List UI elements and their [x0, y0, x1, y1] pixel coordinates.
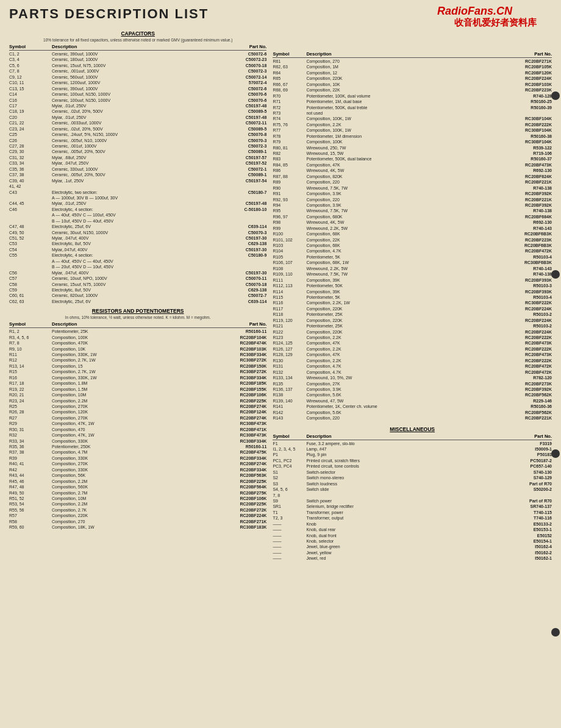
table-row: R114Composition, 39KRC20BF393K: [273, 289, 552, 294]
row-symbol: ——: [273, 527, 306, 532]
row-symbol: C55: [9, 252, 52, 258]
row-part: RC20BF274K: [209, 415, 266, 421]
table-row: R25Composition, 270KRC20BF274K: [9, 404, 266, 409]
table-row: R72Potentiometer, 500K, dual trebleR5016…: [273, 105, 552, 110]
row-part: RC20BF106K: [209, 392, 266, 398]
row-desc: Potentiometer, 5K: [306, 254, 491, 260]
row-desc: Knob, dual front: [306, 533, 491, 538]
row-desc: Composition, 2.7K, 1W: [52, 357, 209, 363]
table-row: C37, 38Ceramic, .005uf, 20%, 500VC50089-…: [9, 172, 266, 177]
row-symbol: R65: [273, 76, 306, 81]
res-header-part: Part No.: [209, 321, 266, 327]
row-symbol: P1: [273, 452, 306, 457]
row-desc: Ceramic, 820uuf, 1000V: [52, 293, 209, 298]
row-desc: [52, 184, 209, 189]
row-part: RC20BF684K: [491, 214, 552, 219]
table-row: C56Mylar, .047uf, 400VC50197-30: [9, 270, 266, 276]
table-row: R111Composition, 39KRC20BF393K: [273, 277, 552, 283]
row-part: C50072-6: [209, 86, 266, 91]
row-symbol: R116: [273, 300, 306, 305]
row-desc: Composition, 22K: [306, 237, 491, 243]
table-row: 41, 42: [9, 184, 266, 189]
row-part: RC20BF106K: [209, 496, 266, 501]
row-symbol: R12: [9, 357, 52, 363]
table-row: R132Composition, 4.7KRC20BF472K: [273, 369, 552, 375]
row-desc: Composition, 10K: [306, 82, 491, 87]
table-row: C21, 22Ceramic, .0033uuf, 1000VC50072-11: [9, 120, 266, 126]
row-part: RC30BF334K: [209, 375, 266, 380]
row-desc: Electrolytic, 25uf, 6V: [52, 224, 209, 229]
table-row: R51, 52Composition, 10MRC20BF106K: [9, 496, 266, 501]
row-desc: Composition, 100K: [52, 335, 209, 340]
table-row: S4, 5, 6Switch slideS50200-2: [273, 487, 552, 492]
row-symbol: R7, 8: [9, 340, 52, 346]
row-symbol: R45, 46: [9, 479, 52, 484]
row-desc: Switch mono-stereo: [306, 475, 491, 480]
table-row: R64Composition, 12RC20BF120K: [273, 70, 552, 76]
row-symbol: R87, 88: [273, 174, 306, 179]
row-desc: Ceramic, 390uuf, 1000V: [52, 51, 209, 57]
row-symbol: SR1: [273, 504, 306, 509]
row-desc: Ceramic, 330uuf, 1000V: [52, 166, 209, 172]
row-symbol: R77: [273, 127, 306, 133]
row-desc: Composition, 47K, 1W: [52, 421, 209, 426]
row-part: C629-138: [209, 287, 266, 293]
row-symbol: ——: [273, 550, 306, 555]
row-part: C50072-14: [209, 74, 266, 80]
table-row: ——Knob, dual frontE50152: [273, 533, 552, 538]
row-part: RC20BF473K: [491, 340, 552, 346]
row-symbol: R123: [273, 335, 306, 340]
row-desc: Wirewound, 250, 7W: [306, 145, 491, 151]
row-part: RC30BF104K: [491, 127, 552, 133]
table-row: R42Composition, 330KRC20BF334K: [9, 467, 266, 473]
side-dot-3: [551, 449, 560, 458]
row-symbol: C21, 22: [9, 120, 52, 126]
table-row: ——Jewel, redI50162-1: [273, 555, 552, 561]
row-desc: Electrolytic, two section:: [52, 190, 209, 195]
row-symbol: R82: [273, 151, 306, 156]
table-row: R29Composition, 47K, 1WRC30BF473K: [9, 421, 266, 426]
table-row: R96, 97Composition, 680KRC20BF684K: [273, 214, 552, 219]
row-desc: Composition, 330K, 1W: [52, 375, 209, 380]
row-part: E50153-1: [491, 527, 552, 532]
row-part: RC20BF473K: [491, 352, 552, 357]
row-part: E50152: [491, 533, 552, 538]
table-row: R139, 140Wirewound, 47, 5WR229-146: [273, 398, 552, 404]
row-desc: Composition, 2.2K: [306, 358, 491, 363]
res-header-symbol: Symbol: [9, 321, 52, 327]
row-symbol: R29: [9, 421, 52, 426]
table-row: C49, 50Ceramic, 30uuf, N150, 1000VC50070…: [9, 230, 266, 235]
row-desc: Knob: [306, 521, 491, 527]
table-row: R86Wirewound, 4K, 5WR692-130: [273, 168, 552, 173]
row-symbol: C20: [9, 115, 52, 120]
row-symbol: S9: [273, 498, 306, 504]
row-part: C50070-3: [209, 138, 266, 143]
row-part: T740-115: [491, 510, 552, 515]
row-symbol: R59, 60: [9, 524, 52, 530]
row-symbol: R13, 14: [9, 363, 52, 369]
table-row: C16Ceramic, 100uuf, N150, 1000VC50070-6: [9, 98, 266, 103]
table-row: S9Switch powerPart of R70: [273, 498, 552, 504]
row-part: C50070-18: [209, 282, 266, 287]
row-part: C-50180-10: [209, 207, 266, 212]
row-desc: A — 1000uf, 30V B — 1000uf, 30V: [52, 195, 209, 201]
misc-header-desc: Description: [306, 434, 491, 439]
row-symbol: R9, 10: [9, 346, 52, 352]
row-desc: Ceramic, .005uf, N10, 1000V: [52, 138, 209, 143]
side-dot-2: [551, 270, 560, 279]
row-part: RC20BF475K: [209, 449, 266, 455]
table-row: R77Composition, 100K, 1WRC30BF104K: [273, 127, 552, 133]
row-symbol: R49, 50: [9, 490, 52, 496]
table-row: R3, 4, 5, 6Composition, 100KRC20BF104K: [9, 335, 266, 340]
table-row: R124, 125Composition, 47KRC20BF473K: [273, 340, 552, 346]
row-desc: Printed circuit, tone controls: [306, 463, 491, 469]
row-part: RC30BF183K: [209, 524, 266, 530]
row-part: I50162-2: [491, 550, 552, 555]
table-row: R58Composition, 270RC20BF271K: [9, 519, 266, 524]
table-row: R49, 50Composition, 2.7MRC20BF275K: [9, 490, 266, 496]
row-symbol: R80, 81: [273, 145, 306, 151]
table-row: C60, 61Ceramic, 820uuf, 1000VC50072-7: [9, 293, 266, 298]
row-part: R50103-2: [491, 312, 552, 317]
row-desc: Composition, 1.8M: [52, 380, 209, 386]
row-part: R692-130: [491, 168, 552, 173]
